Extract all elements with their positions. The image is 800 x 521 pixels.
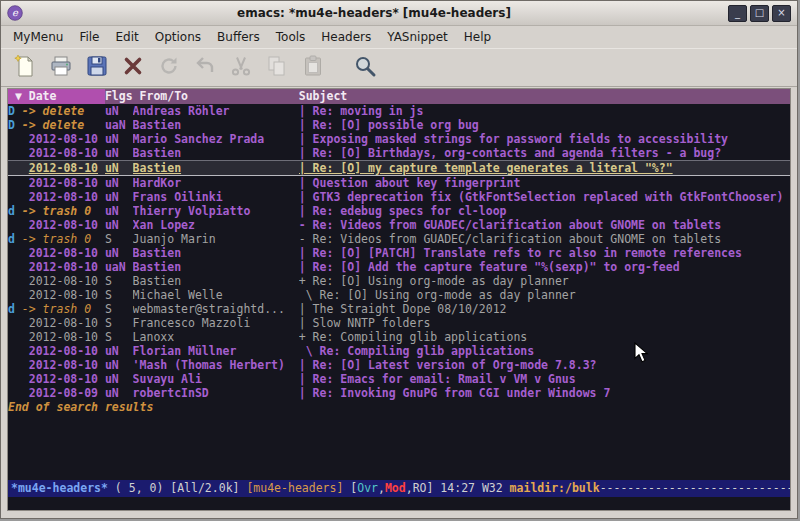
print-icon: [49, 54, 73, 81]
message-flags: uN: [105, 246, 133, 260]
menu-options[interactable]: Options: [147, 28, 209, 46]
mark-flag: [8, 358, 22, 372]
menu-yasnippet[interactable]: YASnippet: [379, 28, 456, 46]
mark-action: -> trash 0: [22, 302, 105, 316]
flags-column-header[interactable]: Flgs: [105, 89, 140, 104]
mark-flag: [8, 190, 22, 204]
message-row[interactable]: 2012-08-10uNFlorian Müllner \ Re: Compil…: [8, 344, 790, 358]
modeline-segment: RO: [413, 481, 427, 495]
message-row[interactable]: 2012-08-10uaNBastien| Re: [O] Add the ca…: [8, 260, 790, 274]
menu-tools[interactable]: Tools: [268, 28, 314, 46]
message-row[interactable]: 2012-08-10uNBastien| Re: [O] Birthdays, …: [8, 146, 790, 160]
undo-icon: [193, 54, 217, 81]
menu-buffers[interactable]: Buffers: [209, 28, 268, 46]
message-row[interactable]: 2012-08-09uNrobertcInSD| Re: Invoking Gn…: [8, 386, 790, 400]
message-subject: \ Re: [O] Using org-mode as day planner: [299, 288, 790, 302]
sort-by-date-header[interactable]: ▼ Date: [8, 89, 105, 104]
message-date: 2012-08-10: [22, 288, 105, 302]
mark-flag: [8, 132, 22, 146]
copy-icon: [265, 54, 289, 81]
message-row[interactable]: 2012-08-10uNXan Lopez- Re: Videos from G…: [8, 218, 790, 232]
modeline-segment: Mod: [385, 481, 406, 495]
message-row[interactable]: 2012-08-10uNFrans Oilinki| GTK3 deprecat…: [8, 190, 790, 204]
save-button[interactable]: [81, 53, 113, 83]
paste-button: [297, 53, 329, 83]
new-file-button[interactable]: [9, 53, 41, 83]
modeline-segment: maildir:/bulk: [510, 481, 600, 495]
message-date: 2012-08-10: [22, 372, 105, 386]
message-date: 2012-08-10: [22, 146, 105, 160]
message-from: HardKor: [133, 176, 299, 190]
message-date: 2012-08-10: [22, 358, 105, 372]
message-row[interactable]: 2012-08-10SBastien+ Re: [O] Using org-mo…: [8, 274, 790, 288]
tool-bar: [1, 48, 797, 87]
mark-flag: [8, 330, 22, 344]
message-from: Bastien: [133, 161, 299, 175]
message-row[interactable]: 2012-08-10SFrancesco Mazzoli| Slow NNTP …: [8, 316, 790, 330]
mark-flag: [8, 146, 22, 160]
mark-flag: [8, 288, 22, 302]
close-buffer-button[interactable]: [117, 53, 149, 83]
message-row[interactable]: D-> deleteuNAndreas Röhler| Re: moving i…: [8, 104, 790, 118]
search-button[interactable]: [349, 53, 381, 83]
message-date: 2012-08-10: [22, 274, 105, 288]
emacs-window: e emacs: *mu4e-headers* [mu4e-headers] _…: [0, 0, 798, 519]
menu-mymenu[interactable]: MyMenu: [5, 28, 71, 46]
message-row[interactable]: 2012-08-10SLanoxx+ Re: Compiling glib ap…: [8, 330, 790, 344]
message-flags: uN: [105, 358, 133, 372]
message-from: Bastien: [133, 274, 299, 288]
subject-column-header[interactable]: Subject: [299, 89, 790, 104]
message-flags: uN: [105, 161, 133, 175]
message-flags: uN: [105, 218, 133, 232]
message-subject: | Re: edebug specs for cl-loop: [299, 204, 790, 218]
message-row[interactable]: d-> trash 0Swebmaster@straightd...| The …: [8, 302, 790, 316]
minimize-button[interactable]: _: [728, 5, 747, 22]
message-row[interactable]: 2012-08-10uNSuvayu Ali| Re: Emacs for em…: [8, 372, 790, 386]
message-date: 2012-08-10: [22, 190, 105, 204]
message-row[interactable]: 2012-08-10SMichael Welle \ Re: [O] Using…: [8, 288, 790, 302]
message-row[interactable]: 2012-08-10uNHardKor| Question about key …: [8, 176, 790, 190]
mark-flag: [8, 260, 22, 274]
menu-headers[interactable]: Headers: [313, 28, 379, 46]
maximize-button[interactable]: □: [750, 5, 769, 22]
save-icon: [85, 54, 109, 81]
message-subject: - Re: Videos from GUADEC/clarification a…: [299, 218, 790, 232]
menu-help[interactable]: Help: [456, 28, 499, 46]
message-from: Bastien: [133, 246, 299, 260]
message-from: 'Mash (Thomas Herbert): [133, 358, 299, 372]
message-row[interactable]: D-> deleteuaNBastien| Re: [O] possible o…: [8, 118, 790, 132]
message-row[interactable]: 2012-08-10uNMario Sanchez Prada| Exposin…: [8, 132, 790, 146]
message-date: 2012-08-10: [22, 161, 105, 175]
echo-area[interactable]: [8, 497, 790, 510]
window-controls: _□×: [725, 5, 791, 22]
message-flags: uN: [105, 146, 133, 160]
cut-icon: [229, 54, 253, 81]
copy-button: [261, 53, 293, 83]
menu-edit[interactable]: Edit: [108, 28, 147, 46]
message-from: Andreas Röhler: [133, 104, 299, 118]
modeline-segment: Ovr: [357, 481, 378, 495]
message-row[interactable]: 2012-08-10uN'Mash (Thomas Herbert)| Re: …: [8, 358, 790, 372]
message-row[interactable]: d-> trash 0uNThierry Volpiatto| Re: edeb…: [8, 204, 790, 218]
message-from: Lanoxx: [133, 330, 299, 344]
message-flags: S: [105, 302, 133, 316]
message-row[interactable]: 2012-08-10uNBastien| Re: [O] my capture …: [8, 160, 790, 176]
mu4e-headers-buffer[interactable]: D-> deleteuNAndreas Röhler| Re: moving i…: [8, 104, 790, 480]
close-button[interactable]: ×: [772, 5, 791, 22]
message-flags: S: [105, 232, 133, 246]
message-subject: | Slow NNTP folders: [299, 316, 790, 330]
mark-flag: D: [8, 104, 22, 118]
message-subject: + Re: Compiling glib applications: [299, 330, 790, 344]
message-row[interactable]: 2012-08-10uNBastien| Re: [O] [PATCH] Tra…: [8, 246, 790, 260]
from-column-header[interactable]: From/To: [140, 89, 299, 104]
print-button[interactable]: [45, 53, 77, 83]
menu-file[interactable]: File: [71, 28, 107, 46]
modeline-segment: [: [343, 481, 357, 495]
message-row[interactable]: d-> trash 0SJuanjo Marin- Re: Videos fro…: [8, 232, 790, 246]
message-flags: uN: [105, 372, 133, 386]
mark-flag: [8, 176, 22, 190]
message-flags: uN: [105, 104, 133, 118]
modeline-segment: ,: [406, 481, 413, 495]
modeline-segment: *mu4e-headers*: [11, 481, 108, 495]
title-bar[interactable]: e emacs: *mu4e-headers* [mu4e-headers] _…: [1, 1, 797, 26]
